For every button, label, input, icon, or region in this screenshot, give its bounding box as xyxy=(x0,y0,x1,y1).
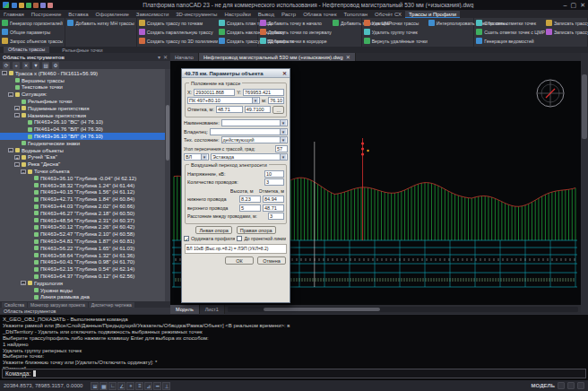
document-tab[interactable]: Нефтепровод магистральный 530 мм (+изыск… xyxy=(199,53,356,61)
angle-field[interactable]: 57 xyxy=(275,145,288,152)
tree-expander-icon[interactable]: + xyxy=(14,155,20,160)
lower-height-field[interactable]: 8.23 xyxy=(239,196,261,203)
document-tab[interactable]: Начало xyxy=(170,53,199,61)
ribbon-button[interactable]: Записать трассу в БД профиля xyxy=(546,28,588,36)
open-file-icon[interactable] xyxy=(19,3,24,8)
close-icon[interactable]: ✕ xyxy=(580,1,585,9)
tree-item[interactable]: ПК463+56.22 "Глубина 1.65" (Н 61.03) xyxy=(0,245,165,252)
distance-field[interactable]: 3 xyxy=(268,213,284,220)
redo-icon[interactable] xyxy=(48,3,53,8)
ribbon-button[interactable]: Добавить точки по интервалу xyxy=(260,28,332,36)
close-tab-icon[interactable]: ✕ xyxy=(346,54,350,60)
tree-scrollbar-thumb[interactable] xyxy=(166,105,169,161)
lock-icon[interactable] xyxy=(558,382,565,389)
ribbon-tab-3[interactable]: Вставка xyxy=(65,11,91,18)
vertical-scrollbar[interactable] xyxy=(581,53,588,314)
tree-item[interactable]: Рельефные точки xyxy=(0,98,165,105)
tree-expander-icon[interactable]: − xyxy=(14,113,20,117)
y-field[interactable]: 769953.421 xyxy=(243,89,284,96)
close-icon[interactable]: ✕ xyxy=(163,54,168,60)
ribbon-button[interactable]: Удалить группу точек xyxy=(364,28,428,36)
tree-item[interactable]: +Ручей "Еза" xyxy=(0,154,165,161)
tree-item[interactable]: ПК463+48.54 "Глубина 2.31" (Н 60.37) xyxy=(0,217,165,224)
tree-expander-icon[interactable]: − xyxy=(21,169,26,174)
tree-item[interactable]: −Гидрология xyxy=(0,280,165,287)
ground-field[interactable]: 76.10 xyxy=(268,97,284,104)
ribbon-tab-1[interactable]: Главная xyxy=(0,11,28,18)
tree-item[interactable]: ПК463+62.15 "Глубина 0.54" (Н 62.14) xyxy=(0,265,165,273)
ok-button[interactable]: ОК xyxy=(225,256,254,265)
refresh-icon[interactable]: ⟳ xyxy=(3,62,10,69)
vertical-scrollbar-thumb[interactable] xyxy=(582,74,587,139)
wires-field[interactable]: 3 xyxy=(264,178,284,186)
tree-item[interactable]: −Точки объекта xyxy=(0,168,165,175)
dialog-close-icon[interactable]: ✕ xyxy=(282,70,287,76)
tree-item[interactable]: ПК463+46.27 "Глубина 2.18" (Н 60.50) xyxy=(0,210,165,217)
grid-toggle[interactable]: ▦ xyxy=(99,382,108,390)
tree-item[interactable]: −Ситуация: xyxy=(0,91,165,98)
upper-mark-field[interactable]: 48.71 xyxy=(263,204,284,212)
tree-item[interactable]: −Река "Десна" xyxy=(0,161,165,168)
maximize-icon[interactable]: ▢ xyxy=(571,1,577,9)
panel-caption-relief-points[interactable]: Рельефные точки xyxy=(62,48,102,53)
pin-icon[interactable]: ▾ xyxy=(158,54,160,60)
state-combo[interactable]: действующий▾ xyxy=(221,136,288,143)
otrack-toggle[interactable]: ≡ xyxy=(135,382,143,390)
ribbon-tab-12[interactable]: Обсчёт СХ xyxy=(371,11,405,18)
layout-tab-Лист1[interactable]: Лист1 xyxy=(200,305,225,314)
ribbon-tab-11[interactable]: Топоплан xyxy=(341,11,372,18)
left-support-button[interactable]: Левая опора xyxy=(195,226,231,234)
add-point-icon[interactable]: + xyxy=(13,62,20,69)
tree-expander-icon[interactable]: − xyxy=(2,71,7,75)
tree-item[interactable]: ПК463+44.03 "Глубина 2.02" (Н 60.66) xyxy=(0,203,165,210)
print-icon[interactable] xyxy=(33,3,39,8)
command-input[interactable]: Команда: xyxy=(2,369,586,378)
undo-icon[interactable] xyxy=(40,3,46,8)
ribbon-button[interactable]: Добавить точку в начало xyxy=(260,19,332,27)
ribbon-button[interactable]: Удалить точки трассы xyxy=(364,19,428,27)
delete-point-icon[interactable]: ✕ xyxy=(22,62,30,69)
ribbon-tab-10[interactable]: Облака точек xyxy=(299,11,340,18)
ribbon-tab-13[interactable]: Трассы и Профили xyxy=(405,11,460,18)
subkind-combo[interactable]: Эстакада▾ xyxy=(211,153,288,161)
tree-item[interactable]: Уровни воды xyxy=(0,287,165,294)
ribbon-tab-6[interactable]: 3D-инструменты xyxy=(172,11,220,18)
cancel-button[interactable]: Отмена xyxy=(257,256,286,265)
ribbon-tab-4[interactable]: Оформление xyxy=(92,11,133,18)
upper-height-field[interactable]: 5 xyxy=(239,204,261,212)
ucs-toggle[interactable]: ⊥ xyxy=(162,382,170,390)
tree-item[interactable]: −Трасса х (ПК460 - ПК1611+56.99) xyxy=(0,70,165,77)
panel-tab[interactable]: Свойства xyxy=(2,302,27,308)
ribbon-button[interactable]: Добавить точки в коридоре xyxy=(260,37,332,45)
snap-toggle[interactable]: ⊞ xyxy=(91,382,99,390)
ribbon-button[interactable]: Генератор горизонталей xyxy=(2,19,63,27)
ribbon-button[interactable]: Записать трассу в БД проекта xyxy=(546,19,588,27)
ribbon-tab-8[interactable]: Вывод xyxy=(255,11,278,18)
dock-tab-active[interactable]: Область инструментов xyxy=(0,308,170,314)
ribbon-button[interactable]: Создать трассу по точкам xyxy=(139,19,218,27)
ribbon-button[interactable]: Запрос объектов трассы xyxy=(2,37,63,45)
settings-icon[interactable]: ⚙ xyxy=(52,62,59,69)
tree-expander-icon[interactable]: − xyxy=(14,162,20,167)
layout-tab-Модель[interactable]: Модель xyxy=(170,305,200,314)
osnap-toggle[interactable]: ⌖ xyxy=(126,382,134,390)
x-field[interactable]: 2930011.868 xyxy=(194,89,235,96)
tree-item[interactable]: ПК463+52.47 "Глубина 2.10" (Н 60.58) xyxy=(0,230,165,238)
tree-item[interactable]: −Наземные препятствия xyxy=(0,112,165,119)
name-combo[interactable]: ▾ xyxy=(221,119,288,126)
owner-combo[interactable]: ▾ xyxy=(210,128,288,135)
project-line-checkbox[interactable] xyxy=(237,236,242,241)
ordinate-checkbox[interactable] xyxy=(184,236,189,241)
ribbon-tab-5[interactable]: Зависимости xyxy=(133,11,172,18)
dyn-toggle[interactable]: ⊿ xyxy=(144,382,152,390)
tree-expander-icon[interactable]: + xyxy=(14,106,20,110)
tree-expander-icon[interactable]: − xyxy=(21,281,26,285)
tree-item[interactable]: ПК463+50.12 "Глубина 2.26" (Н 60.42) xyxy=(0,224,165,231)
ribbon-tab-7[interactable]: Настройки xyxy=(220,11,254,18)
tree-item[interactable]: ПК463+42.71 "Глубина 1.84" (Н 60.84) xyxy=(0,196,165,203)
kind-combo[interactable]: ВЛ▾ xyxy=(184,153,209,161)
tree-expander-icon[interactable]: − xyxy=(8,92,13,97)
lower-mark-field[interactable]: 84.94 xyxy=(263,196,284,203)
tree-item[interactable]: +Подземные препятствия xyxy=(0,105,165,112)
station-combo[interactable]: ПК 497+80.10▾ xyxy=(187,97,260,104)
